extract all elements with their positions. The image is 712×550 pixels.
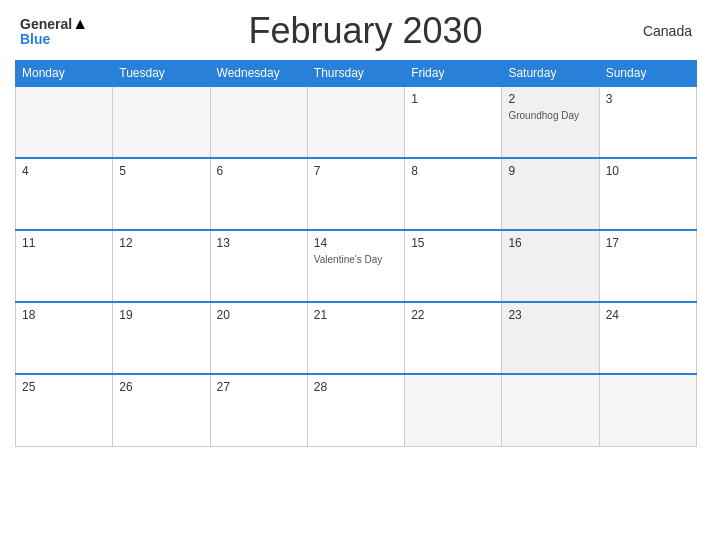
cell-w5-d6 [502, 374, 599, 446]
cell-w2-d2: 5 [113, 158, 210, 230]
day-num-2: 2 [508, 92, 592, 106]
day-num-10: 10 [606, 164, 690, 178]
week-row-5: 25262728 [16, 374, 697, 446]
event-label: Groundhog Day [508, 110, 579, 121]
logo: General▲ Blue [20, 16, 88, 46]
day-num-11: 11 [22, 236, 106, 250]
day-num-8: 8 [411, 164, 495, 178]
cell-w5-d4: 28 [307, 374, 404, 446]
cell-w4-d7: 24 [599, 302, 696, 374]
cell-w4-d4: 21 [307, 302, 404, 374]
cell-w4-d2: 19 [113, 302, 210, 374]
day-num-27: 27 [217, 380, 301, 394]
cell-w5-d3: 27 [210, 374, 307, 446]
day-num-24: 24 [606, 308, 690, 322]
cell-w1-d2 [113, 86, 210, 158]
cell-w4-d5: 22 [405, 302, 502, 374]
cell-w1-d1 [16, 86, 113, 158]
cell-w2-d4: 7 [307, 158, 404, 230]
week-row-2: 45678910 [16, 158, 697, 230]
day-num-26: 26 [119, 380, 203, 394]
day-num-28: 28 [314, 380, 398, 394]
day-num-17: 17 [606, 236, 690, 250]
col-wednesday: Wednesday [210, 61, 307, 87]
day-num-3: 3 [606, 92, 690, 106]
day-num-16: 16 [508, 236, 592, 250]
day-num-15: 15 [411, 236, 495, 250]
cell-w2-d1: 4 [16, 158, 113, 230]
day-num-1: 1 [411, 92, 495, 106]
col-monday: Monday [16, 61, 113, 87]
cell-w1-d6: 2Groundhog Day [502, 86, 599, 158]
calendar-wrapper: General▲ Blue February 2030 Canada Monda… [0, 0, 712, 550]
cell-w3-d4: 14Valentine's Day [307, 230, 404, 302]
cell-w3-d7: 17 [599, 230, 696, 302]
day-num-6: 6 [217, 164, 301, 178]
cell-w3-d3: 13 [210, 230, 307, 302]
day-num-25: 25 [22, 380, 106, 394]
country-label: Canada [643, 23, 692, 39]
cell-w4-d1: 18 [16, 302, 113, 374]
cell-w3-d1: 11 [16, 230, 113, 302]
day-num-9: 9 [508, 164, 592, 178]
cell-w2-d3: 6 [210, 158, 307, 230]
event-label: Valentine's Day [314, 254, 382, 265]
calendar-header: General▲ Blue February 2030 Canada [15, 10, 697, 52]
cell-w2-d5: 8 [405, 158, 502, 230]
col-tuesday: Tuesday [113, 61, 210, 87]
day-num-5: 5 [119, 164, 203, 178]
cell-w5-d5 [405, 374, 502, 446]
day-num-20: 20 [217, 308, 301, 322]
cell-w5-d2: 26 [113, 374, 210, 446]
day-num-23: 23 [508, 308, 592, 322]
day-num-14: 14 [314, 236, 398, 250]
week-row-3: 11121314Valentine's Day151617 [16, 230, 697, 302]
logo-blue-text: Blue [20, 32, 50, 46]
cell-w1-d5: 1 [405, 86, 502, 158]
day-num-13: 13 [217, 236, 301, 250]
cell-w2-d6: 9 [502, 158, 599, 230]
cell-w1-d4 [307, 86, 404, 158]
calendar-table: Monday Tuesday Wednesday Thursday Friday… [15, 60, 697, 447]
day-num-22: 22 [411, 308, 495, 322]
cell-w5-d7 [599, 374, 696, 446]
col-sunday: Sunday [599, 61, 696, 87]
col-saturday: Saturday [502, 61, 599, 87]
day-num-12: 12 [119, 236, 203, 250]
cell-w1-d3 [210, 86, 307, 158]
weekday-header-row: Monday Tuesday Wednesday Thursday Friday… [16, 61, 697, 87]
col-friday: Friday [405, 61, 502, 87]
week-row-4: 18192021222324 [16, 302, 697, 374]
cell-w4-d3: 20 [210, 302, 307, 374]
day-num-21: 21 [314, 308, 398, 322]
cell-w1-d7: 3 [599, 86, 696, 158]
day-num-7: 7 [314, 164, 398, 178]
day-num-18: 18 [22, 308, 106, 322]
cell-w3-d6: 16 [502, 230, 599, 302]
cell-w3-d2: 12 [113, 230, 210, 302]
cell-w3-d5: 15 [405, 230, 502, 302]
col-thursday: Thursday [307, 61, 404, 87]
day-num-4: 4 [22, 164, 106, 178]
week-row-1: 12Groundhog Day3 [16, 86, 697, 158]
cell-w2-d7: 10 [599, 158, 696, 230]
cell-w4-d6: 23 [502, 302, 599, 374]
logo-general-text: General▲ [20, 16, 88, 32]
calendar-title: February 2030 [248, 10, 482, 52]
day-num-19: 19 [119, 308, 203, 322]
cell-w5-d1: 25 [16, 374, 113, 446]
